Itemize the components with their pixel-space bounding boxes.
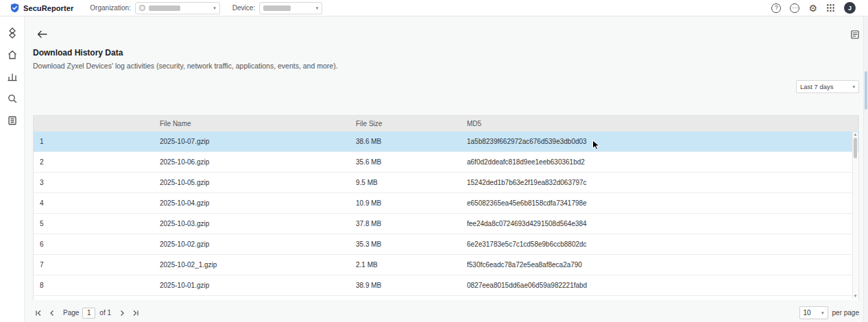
topbar: SecuReporter Organization: ▾ Device: ▾ ?… [0,0,868,16]
cell-md5: 1a5b8239f662972ac676d539e3db0d03 [467,138,858,145]
cell-md5: f530fc6eadc78a72e5ea8af8eca2a790 [467,261,858,269]
cell-index: 2 [34,158,160,166]
table-scrollbar[interactable]: ▲ ▼ [852,132,858,299]
cell-file-size: 2.1 MB [356,261,467,269]
cell-md5: 0827eea8015dd6ae06d59a982221fabd [467,282,858,289]
scrollbar-thumb[interactable] [854,138,857,158]
organization-label: Organization: [90,4,130,12]
organization-icon [139,5,145,11]
cell-index: 7 [34,261,160,269]
chevron-down-icon: ▾ [852,84,855,89]
search-icon [7,93,18,104]
prev-page-button[interactable] [47,308,58,319]
cell-index: 5 [34,220,160,227]
cell-file-name: 2025-10-02.gzip [160,240,356,248]
cell-index: 6 [34,240,160,248]
cell-file-name: 2025-10-02_1.gzip [160,261,356,269]
table-row[interactable]: 3 2025-10-05.gzip 9.5 MB 15242ded1b7b63e… [34,173,858,193]
cell-index: 3 [34,179,160,186]
user-avatar[interactable]: J [844,2,856,14]
back-button[interactable] [37,30,47,38]
header-md5: MD5 [467,120,858,127]
cell-file-size: 35.3 MB [356,240,467,248]
chevron-down-icon: ▾ [316,5,319,10]
page-size-select[interactable]: 10 ▾ [799,306,828,319]
page-scrollbar[interactable] [863,16,868,322]
help-icon[interactable]: ? [771,3,781,13]
cell-file-size: 35.6 MB [356,158,467,166]
device-redacted-value [263,5,291,11]
scroll-up-icon[interactable]: ▲ [854,132,858,137]
date-range-value: Last 7 days [800,83,834,90]
cell-file-size: 38.6 MB [356,138,467,145]
cell-md5: 6e2e31783e5c7c1cd58e9b6ccb8802dc [467,240,858,248]
cell-index: 1 [34,138,160,145]
more-icon[interactable]: ⋯ [790,3,799,13]
cell-file-name: 2025-10-06.gzip [160,158,356,166]
chevron-down-icon: ▾ [213,5,216,10]
arrow-left-icon [37,30,47,38]
cell-md5: fee24da8c0724693d4291508d564e384 [467,220,858,227]
table-row[interactable]: 4 2025-10-04.gzip 10.9 MB e65082365ea45e… [34,193,858,214]
prev-page-icon [49,310,56,317]
table-row[interactable]: 8 2025-10-01.gzip 38.9 MB 0827eea8015dd6… [34,275,858,296]
cell-file-name: 2025-10-07.gzip [160,138,356,145]
first-page-button[interactable] [33,308,44,319]
cell-file-size: 10.9 MB [356,199,467,207]
header-file-size: File Size [356,120,467,127]
home-icon [7,49,18,60]
gear-icon[interactable]: ⚙ [808,3,817,13]
last-page-button[interactable] [130,308,141,319]
page-scrollbar-thumb[interactable] [865,71,867,110]
page-size-value: 10 [804,309,811,317]
brand-name: SecuReporter [23,4,73,12]
cell-index: 4 [34,199,160,207]
page-subtitle: Download Zyxel Devices' log activities (… [33,62,859,70]
brand[interactable]: SecuReporter [10,3,73,13]
report-document-icon[interactable] [851,30,859,39]
bar-chart-icon [7,71,18,82]
download-history-table: File Name File Size MD5 1 2025-10-07.gzi… [33,115,859,300]
sidebar-item-security-services[interactable] [1,22,23,44]
scroll-down-icon[interactable]: ▼ [854,294,858,299]
cell-file-name: 2025-10-05.gzip [160,179,356,186]
chevron-down-icon: ▾ [821,310,824,315]
log-list-icon [7,115,18,126]
main-content: Download History Data Download Zyxel Dev… [25,16,868,322]
sidebar-item-dashboard[interactable] [1,44,23,66]
sidebar-item-logs[interactable] [1,110,23,132]
cell-file-name: 2025-10-01.gzip [160,282,356,289]
page-size-group: 10 ▾ per page [799,306,859,319]
cell-file-size: 38.9 MB [356,282,467,289]
organization-select[interactable]: ▾ [135,2,220,14]
page-number-input[interactable] [82,308,95,319]
table-row[interactable]: 2 2025-10-06.gzip 35.6 MB a6f0d2ddeafc81… [34,152,858,173]
table-row[interactable]: 5 2025-10-03.gzip 37.8 MB fee24da8c07246… [34,214,858,234]
sidebar-item-analytics[interactable] [1,66,23,88]
next-page-icon [119,310,125,317]
brand-logo-icon [10,3,20,13]
per-page-label: per page [832,309,859,317]
device-group: Device: ▾ [232,2,322,14]
table-row[interactable]: 7 2025-10-02_1.gzip 2.1 MB f530fc6eadc78… [34,255,858,275]
page-title: Download History Data [33,48,859,58]
next-page-button[interactable] [117,308,128,319]
cell-file-name: 2025-10-04.gzip [160,199,356,207]
device-select[interactable]: ▾ [259,2,322,14]
table-row[interactable]: 6 2025-10-02.gzip 35.3 MB 6e2e31783e5c7c… [34,234,858,255]
cell-file-name: 2025-10-03.gzip [160,220,356,227]
page-of-label: of 1 [99,309,111,317]
filter-row: Last 7 days ▾ [33,80,859,93]
sidebar-item-search[interactable] [1,88,23,110]
app-root: SecuReporter Organization: ▾ Device: ▾ ?… [0,0,868,322]
page-label: Page [63,309,79,317]
document-icon [851,30,859,39]
header-file-name: File Name [160,120,356,127]
content-header [33,29,859,40]
cell-file-size: 9.5 MB [356,179,467,186]
table-body: 1 2025-10-07.gzip 38.6 MB 1a5b8239f66297… [34,132,858,296]
date-range-select[interactable]: Last 7 days ▾ [796,80,859,93]
apps-grid-icon[interactable] [826,3,835,12]
cell-index: 8 [34,282,160,289]
table-row[interactable]: 1 2025-10-07.gzip 38.6 MB 1a5b8239f66297… [34,132,858,152]
